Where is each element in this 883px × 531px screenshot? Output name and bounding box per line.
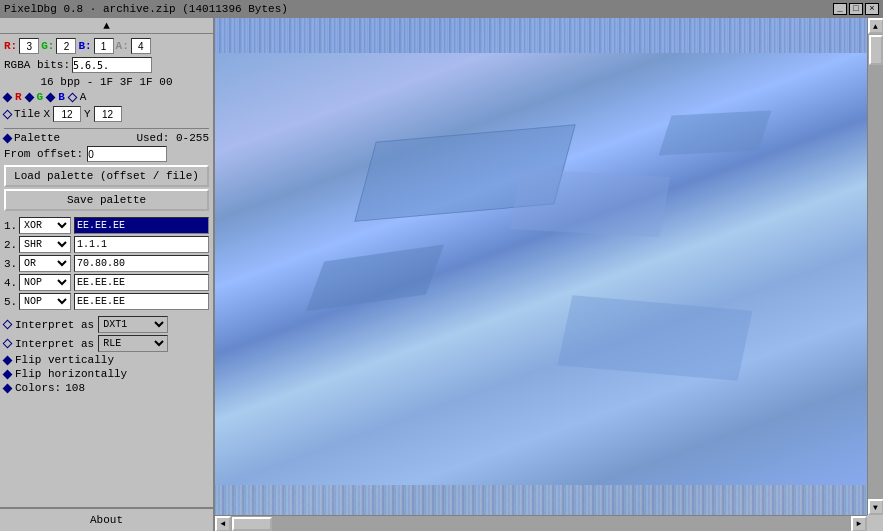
- image-shape-4: [558, 295, 753, 381]
- flip-vertical-row[interactable]: Flip vertically: [4, 354, 209, 366]
- g-label: G:: [41, 40, 54, 52]
- op-value-input[interactable]: [74, 293, 209, 310]
- palette-used: Used: 0-255: [136, 132, 209, 144]
- image-canvas: [215, 18, 867, 515]
- op-number: 1.: [4, 220, 16, 232]
- op-value-input[interactable]: [74, 255, 209, 272]
- scroll-track-h[interactable]: [231, 516, 851, 532]
- b-input[interactable]: [94, 38, 114, 54]
- palette-icon: [3, 133, 13, 143]
- maximize-button[interactable]: □: [849, 3, 863, 15]
- colors-icon: [3, 383, 13, 393]
- scroll-track-v[interactable]: [868, 34, 884, 499]
- tile-x-input[interactable]: [53, 106, 81, 122]
- palette-header: Palette Used: 0-255: [4, 132, 209, 144]
- a-label: A:: [116, 40, 129, 52]
- op-select[interactable]: NOPXORSHRORANDADDSUB: [19, 293, 71, 310]
- tile-label: Tile: [14, 108, 40, 120]
- tile-row: Tile X Y: [4, 106, 209, 122]
- scroll-up-btn[interactable]: ▲: [868, 18, 884, 34]
- image-display: [215, 18, 867, 515]
- title-controls: _ □ ×: [833, 3, 879, 15]
- b-label: B:: [78, 40, 91, 52]
- image-shape-3: [306, 245, 444, 312]
- g-input[interactable]: [56, 38, 76, 54]
- scroll-right-btn[interactable]: ►: [851, 516, 867, 532]
- colors-value: 108: [65, 382, 85, 394]
- scroll-thumb-h[interactable]: [232, 517, 272, 531]
- op-value-input[interactable]: [74, 236, 209, 253]
- left-panel: ▲ R: G: B: A: RGBA bits: 16 bpp - 1F 3F …: [0, 18, 215, 531]
- image-shape-5: [659, 110, 772, 155]
- scroll-thumb-v[interactable]: [869, 35, 883, 65]
- flip-horizontal-label: Flip horizontally: [15, 368, 127, 380]
- palette-label: Palette: [14, 132, 60, 144]
- tile-icon: [3, 109, 13, 119]
- flip-horizontal-row[interactable]: Flip horizontally: [4, 368, 209, 380]
- rgba-row: R: G: B: A:: [4, 38, 209, 54]
- rgba-bits-label: RGBA bits:: [4, 59, 70, 71]
- op-row: 4. NOPXORSHRORANDADDSUB: [4, 274, 209, 291]
- a-input[interactable]: [131, 38, 151, 54]
- op-select[interactable]: NOPXORSHRORANDADDSUB: [19, 236, 71, 253]
- r-channel-label: R: [15, 91, 22, 103]
- channel-row: R G B A: [4, 91, 209, 103]
- bottom-scrollbar: ◄ ►: [215, 515, 867, 531]
- op-number: 3.: [4, 258, 16, 270]
- image-bottom-band: [215, 485, 867, 515]
- main-area: ▲ R: G: B: A: RGBA bits: 16 bpp - 1F 3F …: [0, 18, 883, 531]
- save-palette-button[interactable]: Save palette: [4, 189, 209, 211]
- op-select[interactable]: NOPXORSHRORANDADDSUB: [19, 274, 71, 291]
- op-number: 4.: [4, 277, 16, 289]
- op-row: 1. NOPXORSHRORANDADDSUB: [4, 217, 209, 234]
- divider-1: [4, 128, 209, 129]
- interpret-row-1: Interpret as DXT1 DXT3 DXT5 RAW: [4, 316, 209, 333]
- op-number: 5.: [4, 296, 16, 308]
- interpret-row-2: Interpret as RLE NONE LZ4: [4, 335, 209, 352]
- hex-display: 16 bpp - 1F 3F 1F 00: [4, 76, 209, 88]
- tile-y-input[interactable]: [94, 106, 122, 122]
- interpret-section: Interpret as DXT1 DXT3 DXT5 RAW Interpre…: [4, 316, 209, 394]
- left-content: R: G: B: A: RGBA bits: 16 bpp - 1F 3F 1F…: [0, 34, 213, 507]
- a-channel-icon: [67, 92, 77, 102]
- a-channel-label: A: [80, 91, 87, 103]
- about-button[interactable]: About: [0, 507, 213, 531]
- operations-section: 1. NOPXORSHRORANDADDSUB 2. NOPXORSHRORAN…: [4, 217, 209, 310]
- tile-x-label: X: [43, 108, 50, 120]
- close-button[interactable]: ×: [865, 3, 879, 15]
- rgba-bits-row: RGBA bits:: [4, 57, 209, 73]
- op-value-input[interactable]: [74, 274, 209, 291]
- scroll-up-button[interactable]: ▲: [0, 18, 213, 34]
- scroll-left-btn[interactable]: ◄: [215, 516, 231, 532]
- interpret2-label: Interpret as: [15, 338, 94, 350]
- scroll-down-btn[interactable]: ▼: [868, 499, 884, 515]
- image-noise-top: [215, 18, 867, 53]
- colors-row: Colors: 108: [4, 382, 209, 394]
- scroll-corner: [867, 515, 883, 531]
- right-scrollbar: ▲ ▼: [867, 18, 883, 515]
- interpret1-label: Interpret as: [15, 319, 94, 331]
- window-title: PixelDbg 0.8 · archive.zip (14011396 Byt…: [4, 3, 288, 15]
- from-offset-label: From offset:: [4, 148, 83, 160]
- op-select[interactable]: NOPXORSHRORANDADDSUB: [19, 255, 71, 272]
- op-row: 3. NOPXORSHRORANDADDSUB: [4, 255, 209, 272]
- op-number: 2.: [4, 239, 16, 251]
- g-channel-icon: [24, 92, 34, 102]
- op-value-input[interactable]: [74, 217, 209, 234]
- minimize-button[interactable]: _: [833, 3, 847, 15]
- g-channel-label: G: [37, 91, 44, 103]
- rgba-bits-input[interactable]: [72, 57, 152, 73]
- interpret1-icon: [3, 320, 13, 330]
- interpret1-select[interactable]: DXT1 DXT3 DXT5 RAW: [98, 316, 168, 333]
- title-bar: PixelDbg 0.8 · archive.zip (14011396 Byt…: [0, 0, 883, 18]
- r-input[interactable]: [19, 38, 39, 54]
- interpret2-select[interactable]: RLE NONE LZ4: [98, 335, 168, 352]
- r-label: R:: [4, 40, 17, 52]
- load-palette-button[interactable]: Load palette (offset / file): [4, 165, 209, 187]
- b-channel-icon: [46, 92, 56, 102]
- op-row: 2. NOPXORSHRORANDADDSUB: [4, 236, 209, 253]
- op-select[interactable]: NOPXORSHRORANDADDSUB: [19, 217, 71, 234]
- flip-v-icon: [3, 355, 13, 365]
- offset-input[interactable]: [87, 146, 167, 162]
- right-panel: ▲ ▼ ◄ ►: [215, 18, 883, 531]
